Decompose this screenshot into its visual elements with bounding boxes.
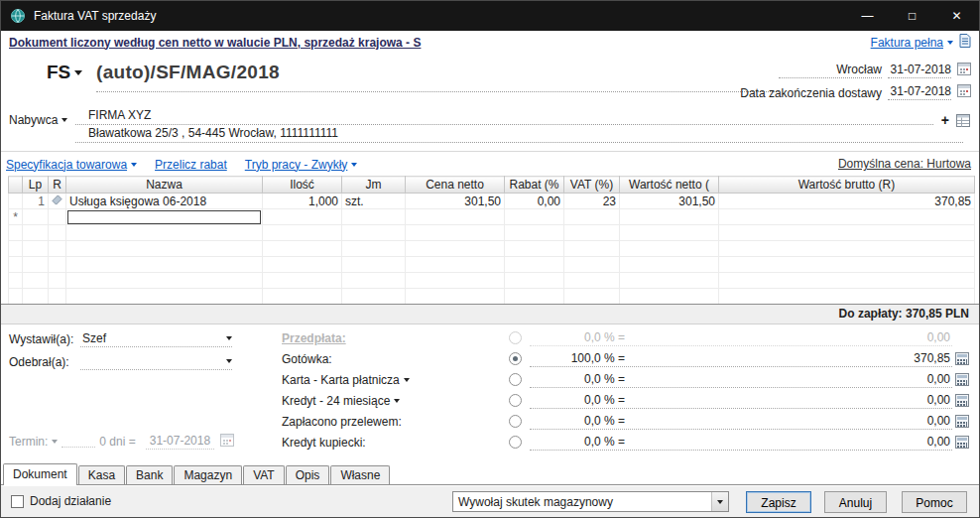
grid-cell[interactable]: [719, 273, 975, 289]
col-rabat[interactable]: Rabat (%: [505, 177, 564, 194]
issue-date-field[interactable]: 31-07-2018: [888, 63, 951, 78]
grid-cell[interactable]: [9, 273, 23, 289]
grid-cell[interactable]: [564, 289, 620, 305]
calculator-icon[interactable]: [955, 394, 971, 407]
table-empty-row[interactable]: [9, 257, 975, 273]
calculator-icon[interactable]: [955, 373, 971, 386]
credit-dropdown[interactable]: Kredyt - 24 miesiące: [282, 394, 509, 408]
grid-cell[interactable]: [23, 241, 49, 257]
cell-vat[interactable]: 23: [564, 194, 620, 209]
grid-cell[interactable]: [23, 273, 49, 289]
trade-credit-percent[interactable]: 0,0 % =: [530, 435, 625, 449]
calculator-icon[interactable]: [955, 352, 971, 365]
grid-cell[interactable]: [620, 289, 719, 305]
grid-cell[interactable]: [620, 241, 719, 257]
new-item-row[interactable]: *: [9, 209, 975, 225]
grid-cell[interactable]: [564, 273, 620, 289]
grid-cell[interactable]: [263, 209, 342, 225]
doc-symbol-dropdown[interactable]: FS: [47, 62, 82, 83]
table-empty-row[interactable]: [9, 289, 975, 305]
tab-opis[interactable]: Opis: [286, 465, 330, 484]
transfer-radio[interactable]: [509, 415, 522, 428]
cell-nazwa[interactable]: Usługa księgowa 06-2018: [66, 194, 263, 209]
cell-jm[interactable]: szt.: [342, 194, 406, 209]
issuer-combo[interactable]: Szef: [80, 330, 232, 347]
new-item-name-input[interactable]: [67, 210, 261, 224]
prepayment-amount[interactable]: 0,00: [845, 330, 952, 344]
grid-cell[interactable]: [263, 289, 342, 305]
grid-cell[interactable]: [23, 257, 49, 273]
minimize-button[interactable]: —: [845, 1, 890, 31]
grid-cell[interactable]: [719, 209, 975, 225]
dropdown-arrow-button[interactable]: [711, 492, 728, 511]
grid-cell[interactable]: [564, 225, 620, 241]
grid-cell[interactable]: [9, 241, 23, 257]
table-empty-row[interactable]: [9, 225, 975, 241]
grid-cell[interactable]: [49, 209, 66, 225]
cell-lp[interactable]: 1: [23, 194, 49, 209]
tab-bank[interactable]: Bank: [126, 465, 173, 484]
col-vat[interactable]: VAT (%): [564, 177, 620, 194]
cancel-button[interactable]: Anuluj: [824, 491, 887, 513]
col-jm[interactable]: Jm: [342, 177, 406, 194]
document-mode-link[interactable]: Dokument liczony według cen netto w walu…: [9, 36, 421, 50]
card-dropdown[interactable]: Karta - Karta płatnicza: [282, 373, 509, 387]
grid-cell[interactable]: [406, 225, 505, 241]
calendar-icon[interactable]: [957, 84, 971, 100]
table-empty-row[interactable]: [9, 241, 975, 257]
grid-cell[interactable]: [342, 273, 406, 289]
row-indicator-cell[interactable]: [9, 194, 23, 209]
grid-cell[interactable]: [263, 241, 342, 257]
warehouse-effect-dropdown[interactable]: Wywołaj skutek magazynowy: [452, 491, 729, 512]
grid-cell[interactable]: [564, 241, 620, 257]
close-button[interactable]: ✕: [934, 1, 979, 31]
transfer-amount[interactable]: 0,00: [845, 414, 952, 428]
grid-cell[interactable]: [23, 209, 49, 225]
grid-cell[interactable]: [505, 273, 564, 289]
calculator-icon[interactable]: [955, 415, 971, 428]
grid-cell[interactable]: [9, 289, 23, 305]
invoice-type-link[interactable]: Faktura pełna: [871, 36, 953, 50]
grid-cell[interactable]: [49, 289, 66, 305]
grid-cell[interactable]: [49, 273, 66, 289]
grid-cell[interactable]: [406, 257, 505, 273]
col-ilosc[interactable]: Ilość: [263, 177, 342, 194]
col-nazwa[interactable]: Nazwa: [66, 177, 263, 194]
receiver-combo[interactable]: [80, 353, 232, 370]
term-date-field[interactable]: 31-07-2018: [146, 434, 214, 450]
grid-cell[interactable]: [66, 257, 263, 273]
prepayment-link[interactable]: Przedpłata:: [282, 331, 509, 345]
grid-cell[interactable]: [49, 225, 66, 241]
grid-cell[interactable]: [406, 289, 505, 305]
grid-cell[interactable]: [23, 225, 49, 241]
tab-vat[interactable]: VAT: [243, 465, 285, 484]
credit-percent[interactable]: 0,0 % =: [530, 393, 625, 407]
grid-cell[interactable]: [564, 209, 620, 225]
grid-cell[interactable]: [406, 273, 505, 289]
grid-cell[interactable]: [564, 257, 620, 273]
grid-cell[interactable]: [342, 225, 406, 241]
buyer-address-field[interactable]: Bławatkowa 25/3 , 54-445 Wrocław, 111111…: [75, 126, 963, 143]
grid-cell[interactable]: [9, 225, 23, 241]
items-table[interactable]: Lp R Nazwa Ilość Jm Cena netto Rabat (% …: [8, 176, 975, 305]
grid-cell[interactable]: [406, 241, 505, 257]
add-buyer-button[interactable]: +: [941, 112, 949, 128]
buyer-list-icon[interactable]: [956, 114, 970, 130]
grid-cell[interactable]: [620, 273, 719, 289]
grid-cell[interactable]: [406, 209, 505, 225]
table-empty-row[interactable]: [9, 273, 975, 289]
grid-cell[interactable]: [9, 257, 23, 273]
grid-cell[interactable]: [66, 273, 263, 289]
grid-cell[interactable]: [66, 225, 263, 241]
col-indicator[interactable]: [9, 177, 23, 194]
spec-dropdown-link[interactable]: Specyfikacja towarowa: [6, 158, 137, 172]
trade-credit-amount[interactable]: 0,00: [845, 435, 952, 449]
tab-wlasne[interactable]: Własne: [330, 465, 390, 484]
grid-cell[interactable]: [505, 225, 564, 241]
grid-cell[interactable]: [620, 257, 719, 273]
grid-cell[interactable]: [66, 289, 263, 305]
grid-cell[interactable]: [342, 257, 406, 273]
card-radio[interactable]: [509, 373, 522, 386]
calculator-icon[interactable]: [955, 436, 971, 449]
issue-city-field[interactable]: Wrocław: [779, 63, 882, 78]
